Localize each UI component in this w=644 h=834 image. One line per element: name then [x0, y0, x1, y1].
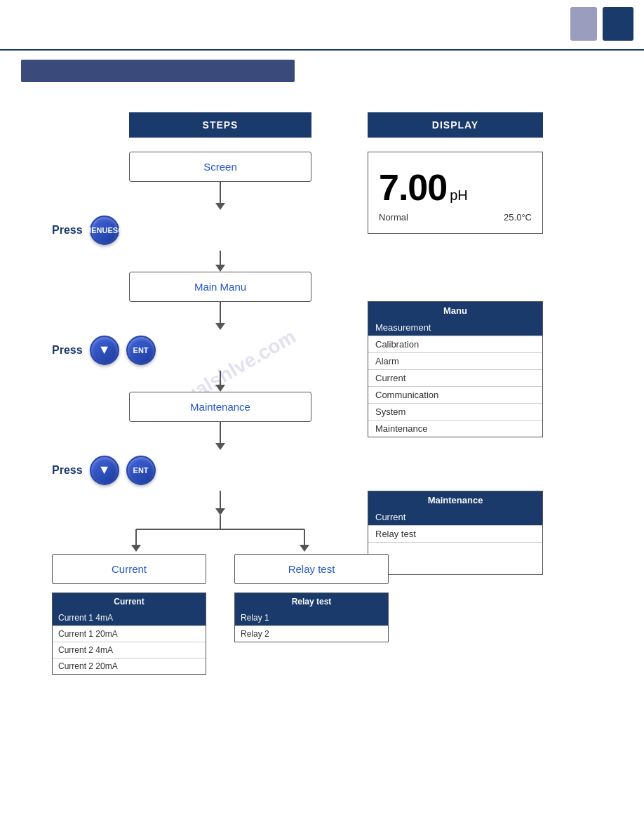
relay-panel-title: Relay test [235, 593, 388, 610]
current-panel-title: Current [53, 593, 206, 610]
bottom-branches: Current Current Current 1 4mA Current 1 … [45, 554, 396, 675]
down-arrow-icon-2: ▼ [98, 463, 111, 477]
current-item-3: Current 2 20mA [53, 658, 206, 674]
top-right-decor [570, 7, 633, 41]
status-temp: 25.0°C [504, 212, 532, 223]
relay-item-0: Relay 1 [235, 610, 388, 626]
arrow-after-press2 [215, 371, 225, 392]
arrow-after-mainmanu [215, 302, 225, 330]
arrow-after-maintenance [215, 422, 225, 450]
menu-esc-button[interactable]: MENU ESC [90, 216, 119, 245]
svg-marker-5 [300, 545, 309, 552]
press-label-3: Press [52, 464, 83, 477]
header-bar [21, 60, 295, 82]
press-menu-row: Press MENU ESC [52, 216, 119, 245]
relay-item-1: Relay 2 [235, 626, 388, 642]
esc-label: ESC [107, 226, 123, 234]
current-item-2: Current 2 4mA [53, 642, 206, 658]
down-button-2[interactable]: ▼ [90, 456, 119, 485]
current-item-0: Current 1 4mA [53, 610, 206, 626]
arrow-before-branch [215, 491, 225, 515]
decor-box2 [603, 7, 633, 41]
ent-button-2[interactable]: ENT [126, 456, 156, 485]
svg-marker-3 [131, 545, 141, 552]
top-line [0, 49, 644, 51]
diagram-area: STEPS Screen Press MENU ESC [14, 112, 630, 675]
ent-label-2: ENT [133, 466, 149, 475]
steps-wrapper: Screen Press MENU ESC [45, 152, 396, 675]
ent-button-1[interactable]: ENT [126, 336, 156, 365]
relay-branch: Relay test Relay test Relay 1 Relay 2 [227, 554, 396, 675]
current-branch: Current Current Current 1 4mA Current 1 … [45, 554, 213, 675]
down-arrow-icon-1: ▼ [98, 343, 111, 357]
screen-box: Screen [129, 152, 311, 182]
arrow-after-screen [215, 182, 225, 210]
ent-label-1: ENT [133, 346, 149, 355]
press-down-ent-row-1: Press ▼ ENT [52, 336, 156, 365]
decor-box1 [570, 7, 597, 41]
menu-label: MENU [85, 226, 107, 234]
ph-unit: pH [450, 187, 468, 204]
press-label-1: Press [52, 224, 83, 237]
press-down-ent-row-2: Press ▼ ENT [52, 456, 156, 485]
branch-svg [59, 515, 382, 554]
current-item-1: Current 1 20mA [53, 626, 206, 642]
relay-branch-box: Relay test [234, 554, 389, 584]
main-content: STEPS Screen Press MENU ESC [0, 112, 644, 675]
display-header: DISPLAY [368, 112, 543, 138]
relay-panel: Relay test Relay 1 Relay 2 [234, 593, 389, 642]
press-label-2: Press [52, 344, 83, 357]
maintenance-box: Maintenance [129, 392, 311, 422]
down-button-1[interactable]: ▼ [90, 336, 119, 365]
steps-header: STEPS [129, 112, 311, 138]
main-manu-box: Main Manu [129, 272, 311, 302]
arrow-after-press1 [215, 251, 225, 272]
current-branch-box: Current [52, 554, 206, 584]
current-panel: Current Current 1 4mA Current 1 20mA Cur… [52, 593, 206, 675]
steps-column: STEPS Screen Press MENU ESC [101, 112, 340, 675]
